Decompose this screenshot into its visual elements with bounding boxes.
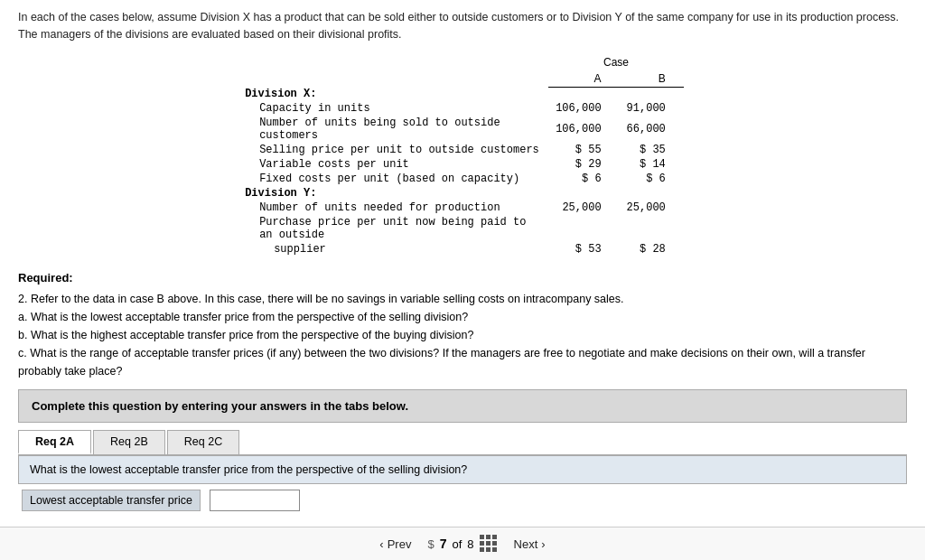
tab-req-2a[interactable]: Req 2A — [18, 430, 91, 454]
prev-label: Prev — [388, 537, 412, 551]
page-total: 8 — [467, 537, 473, 551]
table-row: Number of units needed for production 25… — [241, 201, 684, 215]
complete-box: Complete this question by entering your … — [18, 389, 907, 423]
main-content: In each of the cases below, assume Divis… — [0, 0, 925, 527]
page-current: 7 — [440, 537, 447, 551]
table-row: Number of units being sold to outside cu… — [241, 116, 684, 143]
data-table: Case A B Division X: Capacity in units 1… — [241, 54, 684, 257]
required-label: Required: — [18, 271, 907, 285]
input-label: Lowest acceptable transfer price — [22, 490, 201, 511]
next-button[interactable]: Next › — [514, 537, 546, 551]
tab-req-2b[interactable]: Req 2B — [93, 430, 165, 454]
prev-arrow-icon: ‹ — [379, 537, 383, 551]
case-header: Case — [548, 54, 684, 70]
next-arrow-icon: › — [541, 537, 545, 551]
grid-icon[interactable] — [480, 535, 498, 553]
data-table-wrapper: Case A B Division X: Capacity in units 1… — [18, 54, 907, 257]
lowest-transfer-price-input[interactable] — [210, 490, 300, 511]
next-label: Next — [514, 537, 538, 551]
col-b-header: B — [620, 70, 684, 88]
tab-req-2c[interactable]: Req 2C — [167, 430, 239, 454]
table-row: Capacity in units 106,00091,000 — [241, 101, 684, 116]
table-row: Fixed costs per unit (based on capacity)… — [241, 172, 684, 186]
question-intro: 2. Refer to the data in case B above. In… — [18, 290, 907, 380]
table-row: Division X: — [241, 87, 684, 101]
intro-paragraph: In each of the cases below, assume Divis… — [18, 9, 907, 43]
table-row: Variable costs per unit $ 29$ 14 — [241, 157, 684, 172]
question-bar: What is the lowest acceptable transfer p… — [18, 456, 907, 484]
table-row: Selling price per unit to outside custom… — [241, 143, 684, 157]
input-row: Lowest acceptable transfer price — [18, 490, 907, 511]
page-indicator: $ 7 of 8 — [427, 535, 497, 553]
required-section: Required: 2. Refer to the data in case B… — [18, 271, 907, 380]
bottom-bar: ‹ Prev $ 7 of 8 Next › — [0, 527, 925, 560]
table-row: supplier $ 53$ 28 — [241, 242, 684, 257]
col-a-header: A — [548, 70, 619, 88]
tabs-row: Req 2A Req 2B Req 2C — [18, 430, 907, 456]
page-of-label: of — [452, 537, 462, 551]
currency-icon: $ — [427, 537, 434, 551]
table-row: Division Y: — [241, 186, 684, 201]
table-row: Purchase price per unit now being paid t… — [241, 215, 684, 242]
prev-button[interactable]: ‹ Prev — [379, 537, 411, 551]
